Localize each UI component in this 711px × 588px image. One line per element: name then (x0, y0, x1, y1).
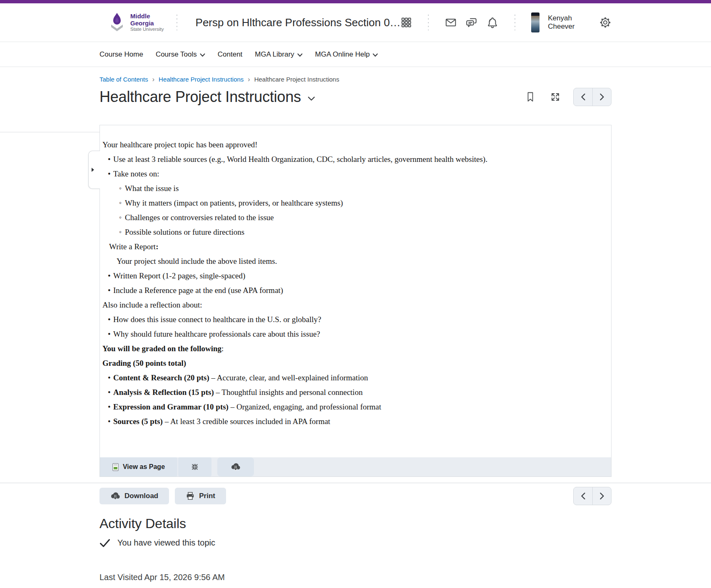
list-item: ◦Possible solutions or future directions (102, 228, 603, 237)
next-topic-button-bottom[interactable] (592, 487, 611, 505)
nav-item-mga-online-help[interactable]: MGA Online Help (315, 50, 378, 59)
printer-icon (186, 491, 195, 501)
dotted-divider (177, 15, 177, 30)
nav-item-label: MGA Online Help (315, 50, 370, 59)
chevron-left-icon (581, 93, 586, 101)
bullet-marker: • (108, 169, 113, 179)
list-item: ◦Why it matters (impact on patients, pro… (102, 198, 603, 208)
bullet-marker: • (108, 271, 113, 280)
list-item: •Sources (5 pts) – At least 3 credible s… (102, 417, 603, 426)
collapse-viewer-button[interactable] (178, 457, 211, 476)
email-envelope-icon (445, 16, 457, 29)
nav-item-content[interactable]: Content (218, 50, 243, 59)
breadcrumb: Table of Contents›Healthcare Project Ins… (99, 76, 612, 83)
viewer-download-button[interactable] (217, 457, 254, 476)
nav-item-course-tools[interactable]: Course Tools (156, 50, 205, 59)
bookmark-button[interactable] (523, 90, 537, 104)
bullet-marker: ◦ (119, 198, 125, 208)
paragraph: Also include a reflection about: (102, 300, 603, 310)
sidebar-expand-handle[interactable] (88, 151, 100, 189)
list-item: •Analysis & Reflection (15 pts) – Though… (102, 388, 603, 397)
breadcrumb-item-2[interactable]: Healthcare Project Instructions (159, 76, 244, 83)
settings-button[interactable] (599, 15, 612, 30)
alerts-bell-icon (486, 16, 499, 29)
nav-item-label: Course Tools (156, 50, 197, 59)
alerts-button[interactable] (486, 15, 499, 30)
chevron-down-icon (373, 53, 378, 57)
bookmark-icon (527, 92, 534, 102)
nav-item-mga-library[interactable]: MGA Library (255, 50, 302, 59)
flame-chevron-logo-icon (108, 12, 126, 33)
nav-item-course-home[interactable]: Course Home (99, 50, 143, 59)
paragraph: Write a Report: (109, 242, 603, 251)
bullet-marker: • (108, 330, 113, 339)
left-panel-divider (0, 132, 99, 132)
brand-top-strip (0, 0, 711, 3)
list-item: •Content & Research (20 pts) – Accurate,… (102, 373, 603, 382)
paragraph: Your project should include the above li… (117, 257, 603, 266)
paragraph: Grading (50 points total) (102, 359, 603, 368)
chevron-down-icon (200, 53, 205, 57)
previous-topic-button-bottom[interactable] (574, 487, 592, 505)
view-as-page-button[interactable]: View as Page (100, 457, 177, 476)
chevron-right-icon (599, 93, 604, 101)
paragraph: Your healthcare project topic has been a… (102, 140, 603, 149)
chevron-right-icon (599, 492, 604, 500)
user-name[interactable]: Kenyah Cheever (548, 14, 590, 31)
cloud-download-icon (231, 462, 241, 471)
bullet-marker: • (108, 315, 113, 324)
nav-item-label: MGA Library (255, 50, 294, 59)
page-title: Healthcare Project Instructions (99, 88, 301, 106)
settings-gear-icon (599, 16, 612, 29)
bullet-marker: • (108, 388, 113, 397)
bullet-marker: ◦ (119, 184, 125, 193)
bullet-marker: ◦ (119, 228, 125, 237)
viewer-toolbar: View as Page (100, 457, 611, 476)
site-header: Middle Georgia State University Persp on… (0, 3, 711, 42)
course-navbar: Course HomeCourse ToolsContentMGA Librar… (0, 42, 711, 67)
content-viewer: Your healthcare project topic has been a… (99, 125, 612, 477)
page-title-menu-chevron-icon[interactable] (308, 96, 315, 101)
bullet-marker: ◦ (119, 213, 125, 222)
collapse-arrows-icon (191, 463, 199, 471)
list-item: •Why should future healthcare profession… (102, 330, 603, 339)
bullet-marker: • (108, 373, 113, 382)
list-item: •Include a Reference page at the end (us… (102, 286, 603, 295)
previous-topic-button[interactable] (574, 88, 592, 106)
email-button[interactable] (445, 15, 457, 30)
course-navbar-items: Course HomeCourse ToolsContentMGA Librar… (99, 42, 612, 67)
app-grid-button[interactable] (400, 15, 412, 30)
list-item: •Expression and Grammar (10 pts) – Organ… (102, 402, 603, 412)
page-file-icon (112, 463, 119, 471)
viewed-status-text: You have viewed this topic (117, 538, 215, 548)
university-logo[interactable]: Middle Georgia State University (108, 12, 169, 33)
course-title[interactable]: Persp on Hlthcare Professions Section 0… (196, 16, 401, 29)
app-grid-icon (400, 17, 412, 28)
last-visited-text: Last Visited Apr 15, 2026 9:56 AM (99, 573, 612, 582)
bullet-marker: • (108, 402, 113, 412)
download-label: Download (124, 492, 158, 500)
next-topic-button[interactable] (592, 88, 611, 106)
list-item: •Use at least 3 reliable sources (e.g., … (102, 155, 603, 164)
breadcrumb-item-3: Healthcare Project Instructions (254, 76, 339, 83)
user-avatar[interactable] (531, 12, 540, 32)
list-item: ◦What the issue is (102, 184, 603, 193)
logo-institution-name: Middle Georgia (130, 13, 169, 27)
download-button[interactable]: Download (99, 488, 169, 504)
print-label: Print (199, 492, 215, 500)
document-body: Your healthcare project topic has been a… (100, 125, 611, 457)
nav-item-label: Content (218, 50, 243, 59)
chat-button[interactable] (465, 15, 478, 30)
activity-details-heading: Activity Details (99, 516, 612, 531)
print-button[interactable]: Print (175, 488, 226, 504)
list-item: •How does this issue connect to healthca… (102, 315, 603, 324)
breadcrumb-separator: › (248, 76, 250, 83)
bullet-marker: • (108, 155, 113, 164)
bullet-marker: • (108, 417, 113, 426)
fullscreen-button[interactable] (548, 90, 562, 104)
breadcrumb-separator: › (152, 76, 154, 83)
breadcrumb-item-1[interactable]: Table of Contents (99, 76, 148, 83)
cloud-download-icon (110, 491, 120, 501)
chevron-left-icon (581, 492, 586, 500)
expand-arrows-icon (550, 92, 560, 102)
